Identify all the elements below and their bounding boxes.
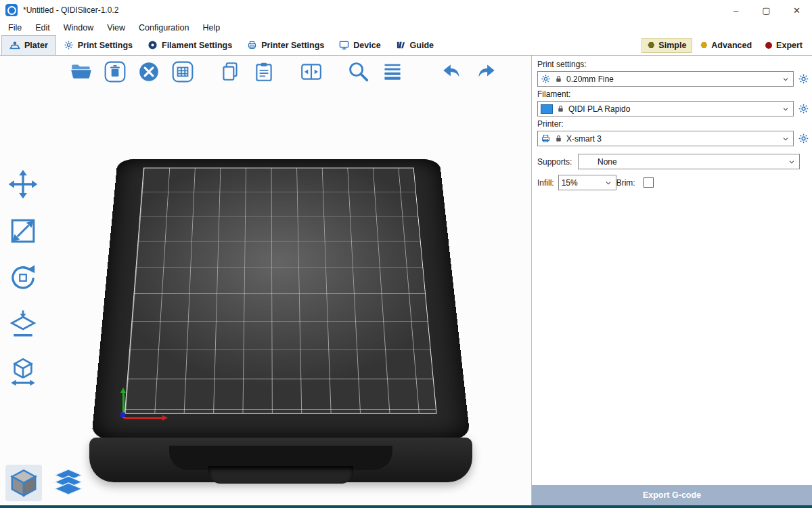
tab-print-settings[interactable]: Print Settings (56, 35, 140, 55)
lock-icon (554, 134, 563, 143)
undo-icon[interactable] (438, 58, 466, 85)
filament-color-swatch (541, 104, 553, 114)
arrange-icon[interactable] (169, 58, 196, 85)
mode-expert[interactable]: Expert (760, 39, 808, 52)
filament-gear-button[interactable] (798, 103, 809, 114)
print-bed (91, 159, 470, 439)
copy-icon[interactable] (217, 58, 244, 85)
supports-value: None (581, 157, 617, 167)
layers-view-icon[interactable] (50, 465, 87, 501)
split-objects-icon[interactable] (298, 58, 325, 85)
print-settings-select[interactable]: 0.20mm Fine (537, 71, 794, 87)
mode-simple[interactable]: Simple (641, 38, 692, 53)
tab-filament-settings[interactable]: Filament Settings (140, 35, 240, 55)
gear-icon (541, 74, 551, 84)
measure-icon[interactable] (7, 355, 39, 387)
variable-layer-height-icon[interactable] (379, 58, 406, 85)
filament-select[interactable]: QIDI PLA Rapido (537, 101, 794, 117)
3d-viewport[interactable] (0, 56, 531, 508)
chevron-down-icon (787, 157, 796, 167)
menu-help[interactable]: Help (196, 22, 227, 34)
simple-mode-icon (648, 42, 654, 49)
printer-icon (541, 133, 551, 144)
menu-edit[interactable]: Edit (28, 22, 57, 34)
chevron-down-icon (781, 75, 790, 84)
bottom-accent-strip (0, 505, 812, 508)
tab-device[interactable]: Device (332, 35, 388, 55)
chevron-down-icon (781, 104, 790, 114)
tab-bar: Plater Print Settings Filament Settings … (0, 35, 812, 56)
export-gcode-button[interactable]: Export G-code (532, 485, 812, 505)
filament-icon (148, 40, 158, 50)
redo-icon[interactable] (472, 58, 499, 85)
menu-window[interactable]: Window (57, 22, 100, 34)
delete-icon[interactable] (102, 58, 129, 85)
menu-file[interactable]: File (1, 22, 28, 34)
print-settings-gear-button[interactable] (798, 73, 809, 85)
open-icon[interactable] (68, 58, 95, 85)
print-bed-grid (125, 168, 437, 414)
printer-gear-button[interactable] (798, 133, 809, 144)
mode-switcher: Simple Advanced Expert (641, 35, 812, 55)
menu-configuration[interactable]: Configuration (132, 22, 196, 34)
menu-bar: File Edit Window View Configuration Help (0, 20, 812, 35)
chevron-down-icon (604, 178, 613, 188)
paste-icon[interactable] (250, 58, 277, 85)
advanced-mode-icon (700, 42, 707, 49)
tab-guide[interactable]: Guide (388, 35, 441, 55)
3d-view-icon[interactable] (5, 465, 42, 501)
infill-select[interactable]: 15% (558, 175, 616, 190)
plater-icon (9, 40, 20, 51)
gear-icon (64, 40, 74, 50)
lock-icon (554, 75, 563, 83)
delete-all-icon[interactable] (135, 58, 162, 85)
tab-printer-settings[interactable]: Printer Settings (240, 35, 332, 55)
settings-sidebar: Print settings: 0.20mm Fine Filament: QI… (531, 56, 812, 508)
print-settings-value: 0.20mm Fine (566, 75, 614, 84)
brim-label: Brim: (616, 178, 635, 188)
app-logo-icon (5, 4, 18, 16)
print-bed-handle (208, 466, 353, 484)
printer-value: X-smart 3 (566, 134, 602, 144)
title-bar: *Untitled - QIDISlicer-1.0.2 – ▢ ✕ (0, 0, 812, 20)
lock-icon (556, 104, 565, 113)
printer-select[interactable]: X-smart 3 (537, 131, 794, 146)
move-icon[interactable] (7, 168, 39, 200)
supports-select[interactable]: None (578, 154, 800, 169)
supports-label: Supports: (537, 157, 574, 167)
filament-value: QIDI PLA Rapido (568, 104, 630, 114)
menu-view[interactable]: View (100, 22, 132, 34)
tab-plater[interactable]: Plater (1, 35, 56, 55)
printer-icon (247, 40, 257, 50)
device-icon (339, 40, 349, 50)
filament-label: Filament: (537, 89, 809, 99)
scale-icon[interactable] (7, 215, 39, 247)
print-settings-label: Print settings: (537, 60, 809, 69)
left-toolbar (7, 168, 39, 387)
search-icon[interactable] (345, 58, 372, 85)
expert-mode-icon (765, 42, 772, 49)
guide-icon (396, 40, 406, 50)
maximize-button[interactable]: ▢ (751, 0, 782, 20)
brim-checkbox[interactable] (644, 177, 654, 188)
axis-x-indicator (124, 417, 163, 419)
window-title: *Untitled - QIDISlicer-1.0.2 (23, 5, 118, 15)
rotate-icon[interactable] (7, 261, 39, 294)
infill-label: Infill: (537, 178, 554, 188)
view-toggles (5, 465, 87, 501)
close-button[interactable]: ✕ (782, 0, 812, 20)
mode-advanced[interactable]: Advanced (695, 39, 757, 52)
axis-z-indicator (120, 412, 125, 417)
printer-label: Printer: (537, 119, 809, 129)
minimize-button[interactable]: – (721, 0, 751, 20)
place-on-face-icon[interactable] (7, 308, 39, 341)
top-toolbar (68, 58, 499, 85)
chevron-down-icon (781, 134, 790, 144)
infill-value: 15% (562, 178, 578, 188)
